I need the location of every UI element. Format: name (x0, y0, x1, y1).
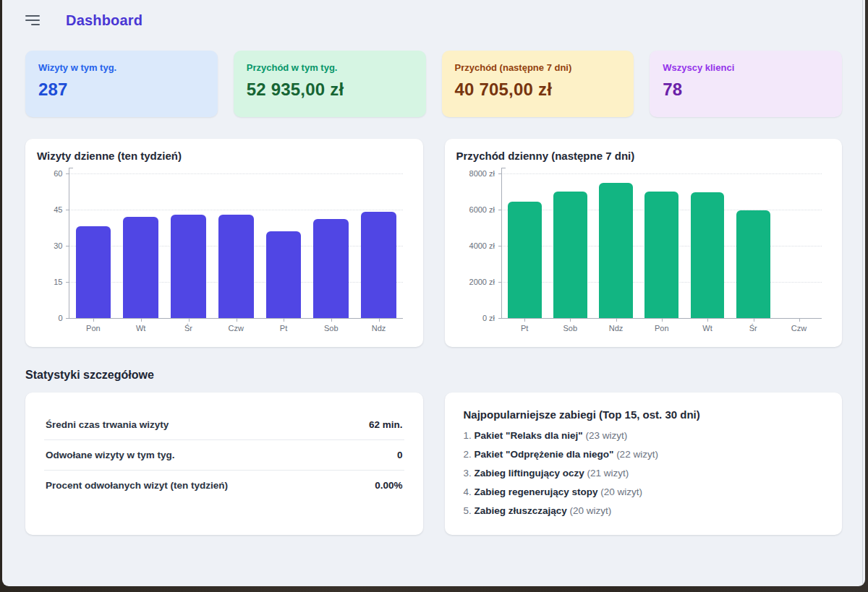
treatment-count: (20 wizyt) (598, 486, 643, 497)
bar (123, 217, 158, 318)
treatment-rank: 3. (464, 468, 475, 479)
bar-slot (502, 173, 548, 318)
bar-slot (165, 173, 213, 318)
bar-slot (260, 173, 307, 318)
bar-slot (69, 173, 117, 318)
treatment-name: Zabieg złuszczający (475, 505, 567, 516)
x-axis-label: Wt (684, 324, 730, 333)
top-treatments-list: 1. Pakiet "Relaks dla niej" (23 wizyt)2.… (464, 430, 824, 516)
bars-group (502, 173, 822, 318)
header: Dashboard (2, 0, 865, 32)
x-axis-tick (379, 319, 380, 322)
x-axis-label: Czw (212, 324, 260, 333)
stat-card: Wizyty w tym tyg.287 (25, 51, 218, 117)
x-axis-label: Pt (260, 324, 307, 333)
section-heading-detailed-stats: Statystyki szczegółowe (25, 369, 842, 382)
x-axis-label: Sob (548, 324, 593, 333)
treatment-name: Zabieg regenerujący stopy (475, 486, 598, 497)
bar-slot (307, 173, 355, 318)
x-axis-tick (754, 319, 754, 322)
bar (508, 202, 542, 318)
app-window: Dashboard Wizyty w tym tyg.287Przychód w… (2, 0, 865, 586)
stat-row: Odwołane wizyty w tym tyg.0 (44, 439, 404, 470)
chart-card-daily-visits: Wizyty dzienne (ten tydzień) 015304560Po… (25, 139, 423, 347)
treatment-count: (21 wizyt) (584, 468, 629, 479)
charts-row: Wizyty dzienne (ten tydzień) 015304560Po… (25, 139, 842, 347)
page-title: Dashboard (66, 12, 142, 29)
y-axis-label: 4000 zł (456, 241, 495, 250)
bar-slot (639, 173, 684, 318)
treatment-name: Pakiet "Odprężenie dla niego" (475, 449, 614, 460)
bar (599, 183, 633, 319)
bar (266, 231, 302, 318)
x-axis-label: Śr (165, 324, 213, 333)
treatment-list-item: 2. Pakiet "Odprężenie dla niego" (22 wiz… (464, 449, 824, 460)
bar-slot (593, 173, 639, 318)
stat-card-value: 287 (38, 80, 205, 100)
bar (691, 192, 725, 318)
x-axis-tick (799, 319, 800, 322)
stat-row-label: Odwołane wizyty w tym tyg. (46, 450, 175, 460)
y-axis-label: 45 (37, 205, 63, 214)
x-axis-tick (707, 319, 708, 322)
bar (736, 210, 770, 318)
stat-card-label: Wizyty w tym tyg. (38, 62, 205, 73)
x-axis-label: Ndz (593, 324, 639, 333)
bar-chart-daily-visits: 015304560PonWtŚrCzwPtSobNdz (37, 166, 412, 337)
chart-card-daily-revenue: Przychód dzienny (następne 7 dni) 0 zł20… (445, 139, 843, 347)
chart-title: Wizyty dzienne (ten tydzień) (37, 150, 412, 162)
detailed-stats-card: Średni czas trwania wizyty62 min.Odwołan… (25, 392, 423, 535)
stat-row: Procent odwołanych wizyt (ten tydzień)0.… (44, 470, 404, 500)
y-axis-top-hook (69, 168, 73, 168)
x-axis-labels: PonWtŚrCzwPtSobNdz (69, 324, 403, 333)
bar-slot (355, 173, 403, 318)
x-axis-tick (524, 319, 525, 322)
bar (644, 192, 678, 318)
stat-row-value: 62 min. (369, 419, 403, 430)
bar-slot (117, 173, 165, 318)
x-axis-labels: PtSobNdzPonWtŚrCzw (502, 324, 822, 333)
x-axis-tick (93, 319, 94, 322)
hamburger-menu-icon[interactable] (25, 14, 41, 26)
x-axis-tick (570, 319, 571, 322)
treatment-count: (23 wizyt) (583, 430, 628, 441)
treatment-name: Pakiet "Relaks dla niej" (475, 430, 583, 441)
bar-slot (731, 173, 776, 318)
bar (313, 219, 349, 318)
y-axis-label: 6000 zł (456, 205, 495, 214)
bar-chart-daily-revenue: 0 zł2000 zł4000 zł6000 zł8000 złPtSobNdz… (456, 166, 831, 337)
y-axis-label: 8000 zł (456, 169, 495, 178)
treatment-name: Zabieg liftingujący oczy (475, 468, 584, 479)
y-axis-label: 0 zł (456, 314, 495, 322)
stat-row: Średni czas trwania wizyty62 min. (44, 410, 404, 439)
treatment-list-item: 3. Zabieg liftingujący oczy (21 wizyt) (464, 468, 824, 479)
x-axis-label: Czw (776, 324, 822, 333)
stat-card-label: Wszyscy klienci (663, 62, 829, 73)
y-axis-label: 2000 zł (456, 278, 495, 286)
x-axis-tick (189, 319, 190, 322)
x-axis-label: Wt (117, 324, 165, 333)
y-axis-label: 60 (37, 169, 63, 178)
top-treatments-title: Najpopularniejsze zabiegi (Top 15, ost. … (464, 408, 824, 421)
treatment-count: (20 wizyt) (567, 505, 612, 516)
stat-card-value: 78 (663, 80, 829, 100)
stat-card-label: Przychód w tym tyg. (247, 62, 413, 73)
treatment-list-item: 1. Pakiet "Relaks dla niej" (23 wizyt) (464, 430, 824, 441)
x-axis-label: Pon (639, 324, 684, 333)
stat-card: Wszyscy klienci78 (650, 51, 842, 117)
bar (361, 212, 396, 318)
stat-row-label: Procent odwołanych wizyt (ten tydzień) (46, 480, 228, 491)
treatment-list-item: 5. Zabieg złuszczający (20 wizyt) (464, 505, 824, 516)
treatment-count: (22 wizyt) (613, 449, 658, 460)
scrollbar[interactable] (862, 0, 863, 586)
x-axis-label: Pt (502, 324, 548, 333)
details-row: Średni czas trwania wizyty62 min.Odwołan… (25, 392, 842, 535)
y-axis-top-hook (501, 168, 506, 168)
bar (76, 226, 111, 318)
treatment-rank: 5. (464, 505, 475, 516)
x-axis-label: Śr (731, 324, 776, 333)
stat-row-value: 0 (397, 450, 403, 460)
x-axis-tick (284, 319, 284, 322)
y-axis-label: 30 (37, 241, 63, 250)
stat-card: Przychód (następne 7 dni)40 705,00 zł (442, 51, 634, 117)
